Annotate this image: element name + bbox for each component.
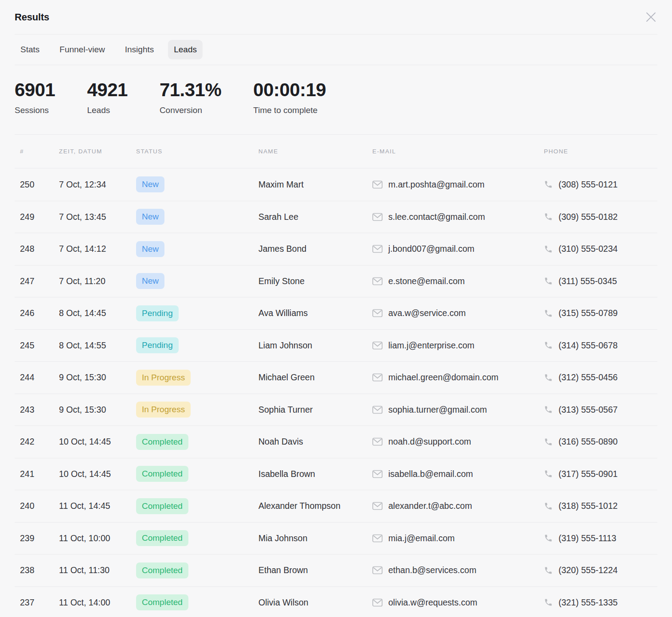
lead-name: Ethan Brown [258, 565, 372, 575]
table-row[interactable]: 237 11 Oct, 14:00 Completed Olivia Wilso… [15, 586, 657, 617]
lead-phone-cell: (309) 555-0182 [544, 212, 657, 222]
email-icon [372, 373, 383, 382]
lead-email: olivia.w@requests.com [388, 597, 477, 608]
lead-status-cell: Completed [136, 466, 258, 482]
panel-header: Results [15, 0, 657, 35]
lead-datetime: 7 Oct, 12:34 [59, 180, 136, 190]
lead-phone-cell: (312) 555-0456 [544, 372, 657, 383]
lead-status-cell: Completed [136, 562, 258, 578]
column-header-status: Status [136, 148, 258, 155]
lead-number: 243 [15, 405, 59, 415]
lead-phone-cell: (308) 555-0121 [544, 180, 657, 190]
phone-icon [544, 405, 553, 414]
lead-email-cell: sophia.turner@gmail.com [372, 405, 544, 415]
status-badge: Completed [136, 466, 188, 482]
lead-email: m.art.poshta@gmail.com [388, 180, 484, 190]
lead-phone-cell: (317) 555-0901 [544, 469, 657, 479]
lead-number: 249 [15, 212, 59, 222]
lead-phone: (318) 555-1012 [559, 501, 617, 511]
email-icon [372, 502, 383, 510]
column-header-email: E-mail [372, 148, 544, 155]
lead-name: Noah Davis [258, 437, 372, 447]
close-button[interactable] [644, 11, 657, 24]
tab-insights[interactable]: Insights [119, 40, 160, 59]
table-row[interactable]: 238 11 Oct, 11:30 Completed Ethan Brown … [15, 554, 657, 586]
status-badge: Pending [136, 305, 179, 321]
lead-phone: (309) 555-0182 [559, 212, 617, 222]
table-row[interactable]: 246 8 Oct, 14:45 Pending Ava Williams av… [15, 297, 657, 329]
table-row[interactable]: 243 9 Oct, 15:30 In Progress Sophia Turn… [15, 394, 657, 426]
lead-email-cell: j.bond007@gmail.com [372, 244, 544, 254]
results-panel: Results Stats Funnel-view Insights Leads… [0, 0, 672, 617]
phone-icon [544, 598, 553, 607]
email-icon [372, 566, 383, 574]
lead-datetime: 7 Oct, 14:12 [59, 244, 136, 254]
email-icon [372, 277, 383, 285]
lead-email: j.bond007@gmail.com [388, 244, 474, 254]
lead-email-cell: michael.green@domain.com [372, 372, 544, 383]
tab-funnel-view[interactable]: Funnel-view [54, 40, 110, 59]
lead-number: 240 [15, 501, 59, 511]
lead-email-cell: ava.w@service.com [372, 308, 544, 318]
status-badge: Completed [136, 498, 188, 514]
lead-name: Ava Williams [258, 308, 372, 318]
table-row[interactable]: 239 11 Oct, 10:00 Completed Mia Johnson … [15, 522, 657, 555]
lead-number: 237 [15, 597, 59, 608]
table-body: 250 7 Oct, 12:34 New Maxim Mart m.art.po… [15, 168, 657, 617]
lead-status-cell: Pending [136, 337, 258, 353]
lead-name: James Bond [258, 244, 372, 254]
column-header-datetime: Zeit, Datum [59, 148, 136, 155]
phone-icon [544, 373, 553, 382]
table-row[interactable]: 242 10 Oct, 14:45 Completed Noah Davis n… [15, 426, 657, 458]
lead-phone-cell: (314) 555-0678 [544, 340, 657, 351]
lead-number: 250 [15, 180, 59, 190]
page-title: Results [15, 12, 49, 23]
lead-datetime: 11 Oct, 14:45 [59, 501, 136, 511]
stat-leads-value: 4921 [87, 80, 127, 100]
stat-sessions-label: Sessions [15, 105, 55, 115]
table-row[interactable]: 248 7 Oct, 14:12 New James Bond j.bond00… [15, 233, 657, 265]
lead-phone: (321) 555-1335 [559, 597, 617, 608]
lead-phone: (313) 555-0567 [559, 405, 617, 415]
tab-stats[interactable]: Stats [15, 40, 45, 59]
tab-leads[interactable]: Leads [168, 40, 203, 59]
lead-name: Emily Stone [258, 276, 372, 286]
table-row[interactable]: 240 11 Oct, 14:45 Completed Alexander Th… [15, 490, 657, 522]
table-row[interactable]: 244 9 Oct, 15:30 In Progress Michael Gre… [15, 361, 657, 394]
email-icon [372, 180, 383, 189]
phone-icon [544, 437, 553, 446]
lead-number: 247 [15, 276, 59, 286]
phone-icon [544, 469, 553, 478]
lead-phone-cell: (311) 555-0345 [544, 276, 657, 286]
table-row[interactable]: 249 7 Oct, 13:45 New Sarah Lee s.lee.con… [15, 201, 657, 233]
status-badge: New [136, 209, 164, 225]
lead-datetime: 11 Oct, 10:00 [59, 533, 136, 543]
lead-status-cell: New [136, 273, 258, 289]
lead-datetime: 9 Oct, 15:30 [59, 405, 136, 415]
lead-status-cell: New [136, 241, 258, 257]
table-row[interactable]: 245 8 Oct, 14:55 Pending Liam Johnson li… [15, 329, 657, 362]
table-row[interactable]: 250 7 Oct, 12:34 New Maxim Mart m.art.po… [15, 168, 657, 201]
close-icon [645, 11, 657, 23]
status-badge: Completed [136, 530, 188, 546]
lead-status-cell: In Progress [136, 402, 258, 418]
lead-email-cell: e.stone@email.com [372, 276, 544, 286]
phone-icon [544, 245, 553, 254]
column-header-number: # [15, 148, 59, 155]
table-row[interactable]: 241 10 Oct, 14:45 Completed Isabella Bro… [15, 458, 657, 490]
status-badge: Completed [136, 434, 188, 450]
lead-number: 239 [15, 533, 59, 543]
status-badge: Completed [136, 562, 188, 578]
lead-name: Liam Johnson [258, 340, 372, 351]
table-row[interactable]: 247 7 Oct, 11:20 New Emily Stone e.stone… [15, 265, 657, 297]
lead-number: 244 [15, 372, 59, 383]
lead-phone: (310) 555-0234 [559, 244, 617, 254]
lead-datetime: 10 Oct, 14:45 [59, 469, 136, 479]
lead-number: 246 [15, 308, 59, 318]
phone-icon [544, 341, 553, 350]
lead-status-cell: Completed [136, 434, 258, 450]
lead-status-cell: Completed [136, 594, 258, 610]
lead-email: michael.green@domain.com [388, 372, 499, 383]
lead-datetime: 8 Oct, 14:55 [59, 340, 136, 351]
email-icon [372, 470, 383, 478]
